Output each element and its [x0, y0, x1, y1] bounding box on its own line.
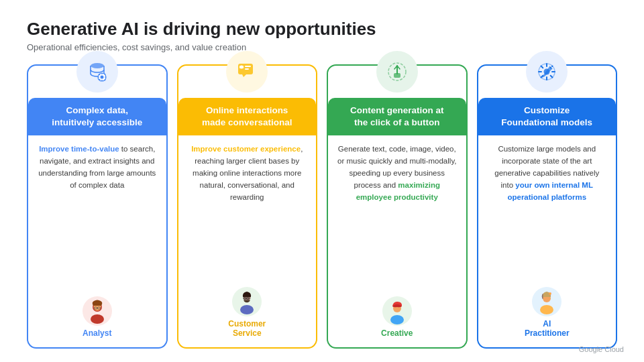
avatar-label-ai-practitioner: AIPractitioner — [525, 319, 570, 338]
svg-point-25 — [390, 315, 404, 324]
svg-point-2 — [100, 76, 103, 79]
card-body-complex-data: Improve time-to-value to search, navigat… — [28, 135, 166, 290]
svg-point-14 — [240, 66, 244, 69]
card-body-content: Generate text, code, image, video, or mu… — [328, 135, 466, 290]
svg-rect-22 — [394, 73, 400, 78]
svg-rect-13 — [245, 68, 249, 70]
svg-point-5 — [91, 314, 104, 324]
card-content-generation: Content generation atthe click of a butt… — [327, 64, 468, 349]
header: Generative AI is driving new opportuniti… — [27, 19, 617, 52]
avatar-ai-practitioner — [531, 286, 562, 317]
card-header-customize: CustomizeFoundational models — [478, 98, 616, 135]
card-online-interactions: Online interactionsmade conversational I… — [177, 64, 318, 349]
touch-icon — [384, 59, 410, 84]
card-body-online: Improve customer experience, reaching la… — [178, 135, 317, 281]
page: Generative AI is driving new opportuniti… — [0, 0, 644, 362]
avatar-row-analyst: Analyst — [82, 296, 113, 338]
svg-point-31 — [549, 293, 551, 294]
avatar-row-creative: Creative — [381, 296, 413, 338]
svg-point-32 — [540, 305, 553, 314]
avatar-creative — [382, 296, 413, 326]
svg-point-0 — [91, 63, 104, 68]
icon-wrap-gear — [526, 51, 568, 93]
main-title: Generative AI is driving new opportuniti… — [27, 19, 617, 40]
database-icon — [85, 59, 110, 84]
avatar-label-customer-service: CustomerService — [228, 319, 266, 338]
card-customize-models: CustomizeFoundational models Customize l… — [477, 64, 618, 349]
subtitle: Operational efficiencies, cost savings, … — [27, 42, 617, 52]
card-body-customize: Customize large models and incorporate s… — [478, 135, 616, 281]
cards-row: Complex data,intuitively accessible Impr… — [27, 64, 617, 349]
avatar-customer-service — [231, 286, 262, 317]
card-header-content: Content generation atthe click of a butt… — [328, 98, 466, 135]
card-header-complex-data: Complex data,intuitively accessible — [28, 98, 166, 135]
chat-icon — [234, 59, 260, 84]
gear-icon — [534, 59, 559, 84]
svg-rect-12 — [245, 66, 251, 67]
icon-wrap-database — [76, 51, 118, 93]
card-header-online: Online interactionsmade conversational — [178, 98, 317, 135]
avatar-label-creative: Creative — [381, 328, 413, 338]
avatar-analyst — [82, 296, 113, 326]
svg-point-17 — [240, 305, 254, 314]
avatar-label-analyst: Analyst — [83, 328, 111, 338]
icon-wrap-chat — [226, 51, 268, 93]
card-complex-data: Complex data,intuitively accessible Impr… — [27, 64, 168, 349]
icon-wrap-touch — [376, 51, 418, 93]
avatar-row-customer-service: CustomerService — [228, 286, 266, 338]
avatar-row-ai-practitioner: AIPractitioner — [525, 286, 570, 338]
google-cloud-branding: Google Cloud — [579, 345, 624, 353]
